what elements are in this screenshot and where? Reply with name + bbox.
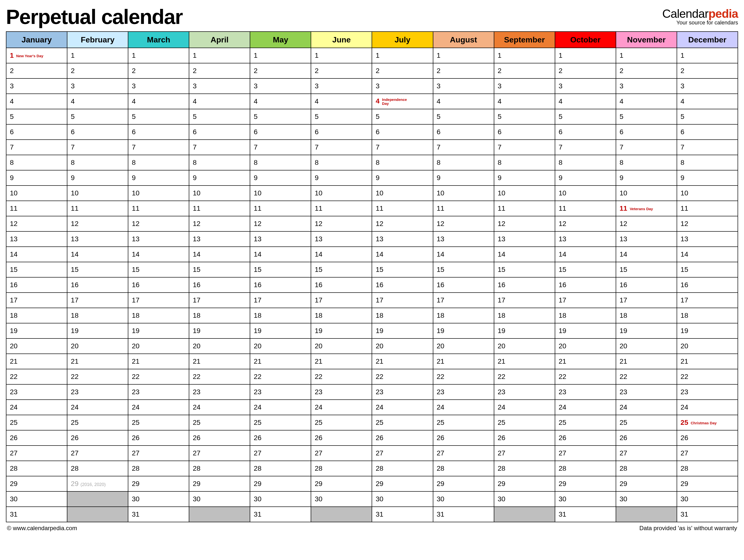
day-cell: 12: [372, 216, 433, 231]
month-header-november: November: [616, 32, 677, 48]
day-cell: 12: [494, 216, 555, 231]
day-cell: 27: [311, 446, 372, 461]
day-row: 242424242424242424242424: [6, 400, 738, 415]
day-cell: 2: [433, 63, 494, 78]
day-cell: 27: [677, 446, 738, 461]
brand-block: Calendarpedia Your source for calendars: [662, 5, 738, 26]
month-header-row: JanuaryFebruaryMarchAprilMayJuneJulyAugu…: [6, 32, 738, 48]
day-cell: 8: [494, 155, 555, 170]
day-cell: 2: [616, 63, 677, 78]
day-cell: 5: [250, 109, 311, 124]
day-cell: 1: [677, 48, 738, 63]
day-row: 888888888888: [6, 155, 738, 170]
day-cell: 27: [6, 446, 67, 461]
day-cell: 2: [128, 63, 189, 78]
day-cell: 28: [67, 461, 128, 476]
day-cell: 25: [494, 415, 555, 430]
day-cell: 26: [250, 430, 311, 446]
day-cell: 16: [555, 277, 616, 293]
day-cell: 17: [677, 293, 738, 308]
day-cell: 15: [433, 262, 494, 277]
day-cell: 3: [677, 78, 738, 94]
day-cell: 21: [616, 354, 677, 369]
day-cell: 22: [250, 369, 311, 384]
day-cell: 26: [616, 430, 677, 446]
day-cell: 4: [677, 94, 738, 109]
day-cell: 20: [128, 338, 189, 354]
month-header-may: May: [250, 32, 311, 48]
day-cell: 26: [128, 430, 189, 446]
day-cell: 14: [616, 247, 677, 262]
day-cell: 19: [677, 323, 738, 338]
day-cell: 6: [677, 124, 738, 140]
day-cell: 20: [555, 338, 616, 354]
day-row: 181818181818181818181818: [6, 308, 738, 323]
day-cell: 24: [372, 400, 433, 415]
day-cell: 5: [189, 109, 250, 124]
day-cell: 13: [494, 231, 555, 247]
day-cell: 24: [6, 400, 67, 415]
day-cell: 14: [6, 247, 67, 262]
footer-right: Data provided 'as is' without warranty: [639, 525, 737, 532]
day-cell: 26: [555, 430, 616, 446]
day-cell: 27: [433, 446, 494, 461]
day-cell: 26: [433, 430, 494, 446]
day-cell: 9: [189, 170, 250, 186]
day-cell: 16: [128, 277, 189, 293]
day-cell: 24: [311, 400, 372, 415]
day-cell: 19: [67, 323, 128, 338]
day-cell: 31: [250, 507, 311, 522]
day-cell: 22: [311, 369, 372, 384]
day-row: 252525252525252525252525Christmas Day: [6, 415, 738, 430]
day-cell: 13: [616, 231, 677, 247]
day-cell: [67, 507, 128, 522]
day-cell: 8: [433, 155, 494, 170]
day-cell: 8: [189, 155, 250, 170]
day-cell: 24: [555, 400, 616, 415]
day-cell: 20: [6, 338, 67, 354]
day-cell: 21: [555, 354, 616, 369]
day-cell: 14: [494, 247, 555, 262]
day-cell: 3: [128, 78, 189, 94]
day-cell: 21: [494, 354, 555, 369]
day-cell: 15: [616, 262, 677, 277]
brand-name: Calendarpedia: [662, 7, 738, 21]
month-header-august: August: [433, 32, 494, 48]
day-cell: 10: [494, 186, 555, 201]
month-header-march: March: [128, 32, 189, 48]
day-cell: 10: [555, 186, 616, 201]
day-cell: 1: [189, 48, 250, 63]
day-cell: 12: [189, 216, 250, 231]
day-cell: 13: [67, 231, 128, 247]
day-row: 333333333333: [6, 78, 738, 94]
day-cell: 31: [433, 507, 494, 522]
day-cell: 8: [6, 155, 67, 170]
day-cell: 24: [677, 400, 738, 415]
day-cell: 8: [677, 155, 738, 170]
day-cell: 16: [67, 277, 128, 293]
page-title: Perpetual calendar: [6, 5, 183, 29]
day-cell: 31: [555, 507, 616, 522]
day-cell: 28: [555, 461, 616, 476]
day-cell: 20: [189, 338, 250, 354]
day-cell: 14: [311, 247, 372, 262]
day-cell: 6: [128, 124, 189, 140]
day-cell: 30: [555, 491, 616, 507]
day-cell: 23: [555, 384, 616, 400]
day-cell: 21: [189, 354, 250, 369]
day-cell: 31: [677, 507, 738, 522]
day-cell: 14: [677, 247, 738, 262]
day-cell: 3: [189, 78, 250, 94]
day-cell: 7: [677, 140, 738, 155]
day-cell: 13: [6, 231, 67, 247]
day-cell: 2: [494, 63, 555, 78]
day-cell: 9: [433, 170, 494, 186]
day-cell: 18: [250, 308, 311, 323]
day-cell: 30: [616, 491, 677, 507]
day-cell: 17: [128, 293, 189, 308]
day-cell: 29(2016, 2020): [67, 476, 128, 491]
day-cell: 31: [6, 507, 67, 522]
day-cell: 23: [67, 384, 128, 400]
day-cell: 23: [250, 384, 311, 400]
day-cell: 29: [494, 476, 555, 491]
